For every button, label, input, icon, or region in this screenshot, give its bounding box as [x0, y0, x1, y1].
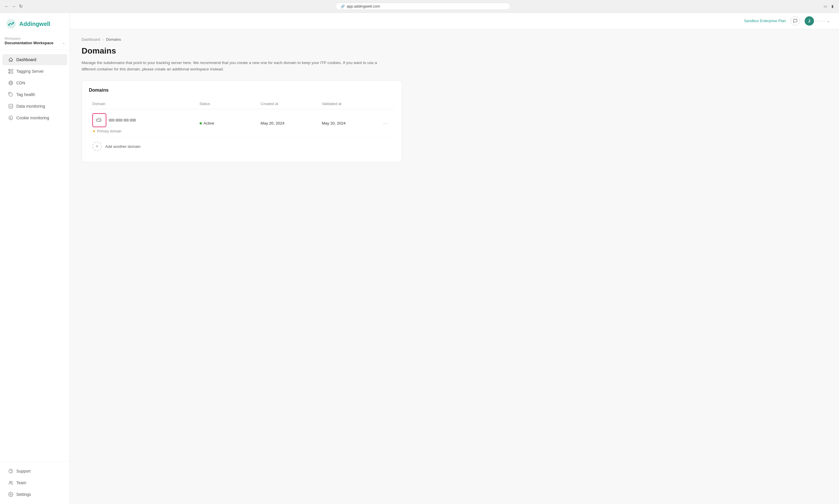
svg-point-22 — [11, 481, 13, 483]
refresh-button[interactable]: ↻ — [19, 4, 23, 8]
page-content: Dashboard › Domains Domains Manage the s… — [70, 29, 839, 170]
forward-button[interactable]: → — [12, 4, 16, 8]
logo-icon — [6, 19, 16, 29]
workspace-name[interactable]: Documentation Workspace ⌄ — [5, 41, 65, 45]
domain-name-cell: ★ Primary domain — [92, 113, 192, 133]
address-bar[interactable]: 🔗 app.addingwell.com — [336, 3, 510, 10]
nav-items: Dashboard Tagging Server CDN — [0, 50, 70, 461]
more-options-button[interactable]: ⋯ — [383, 121, 389, 126]
col-actions — [380, 98, 395, 109]
breadcrumb: Dashboard › Domains — [82, 37, 827, 42]
sidebar-logo: Addingwell — [0, 13, 70, 34]
main-content: Sandbox Enterprise Plan J · · · · ⌄ Dash… — [70, 13, 839, 504]
workspace-label: Workspace — [5, 37, 65, 40]
cookie-icon — [8, 115, 13, 121]
sidebar-item-settings-label: Settings — [16, 492, 31, 497]
browser-chrome: ← → ↻ 🔗 app.addingwell.com ▭ ▮ — [0, 0, 839, 13]
domains-table: Domain Status Created at Validated at — [89, 98, 395, 138]
app-container: Addingwell Workspace Documentation Works… — [0, 13, 839, 504]
split-button[interactable]: ▮ — [830, 4, 834, 8]
sidebar-item-tag-health[interactable]: Tag health — [2, 89, 67, 100]
svg-point-21 — [10, 481, 11, 483]
page-title: Domains — [82, 46, 827, 56]
validated-at-cell: May 20, 2024 — [319, 109, 380, 138]
sidebar-item-tagging-server-label: Tagging Server — [16, 69, 44, 74]
domain-cell: ★ Primary domain — [89, 109, 196, 138]
domain-name-row — [92, 113, 192, 127]
svg-point-17 — [11, 118, 12, 119]
status-label: Active — [204, 121, 215, 125]
sidebar-item-settings[interactable]: Settings — [2, 489, 67, 500]
col-status: Status — [196, 98, 257, 109]
sidebar-item-dashboard[interactable]: Dashboard — [2, 54, 67, 65]
sidebar-item-support-label: Support — [16, 469, 31, 473]
domain-masked — [109, 119, 136, 122]
support-icon — [8, 468, 13, 474]
add-domain-label: Add another domain — [105, 144, 141, 149]
url-text: app.addingwell.com — [347, 4, 380, 8]
svg-point-10 — [9, 93, 10, 94]
cloudflare-button[interactable] — [92, 113, 106, 127]
browser-actions: ▭ ▮ — [823, 4, 834, 8]
sidebar-item-data-monitoring-label: Data monitoring — [16, 104, 45, 109]
chart-icon — [8, 104, 13, 109]
svg-point-2 — [13, 22, 14, 23]
svg-point-5 — [9, 70, 10, 70]
cast-button[interactable]: ▭ — [823, 4, 827, 8]
domains-card-title: Domains — [89, 88, 395, 93]
server-icon — [8, 69, 13, 74]
primary-badge: ★ Primary domain — [92, 129, 192, 133]
sidebar-item-team[interactable]: Team — [2, 477, 67, 488]
sidebar-item-cookie-monitoring[interactable]: Cookie monitoring — [2, 112, 67, 123]
star-icon: ★ — [92, 129, 96, 133]
table-row: ★ Primary domain Active — [89, 109, 395, 138]
svg-point-20 — [11, 472, 11, 472]
browser-controls: ← → ↻ — [5, 4, 23, 8]
settings-icon — [8, 492, 13, 497]
chevron-down-icon: ⌄ — [827, 19, 830, 23]
svg-point-6 — [9, 72, 10, 73]
svg-point-18 — [10, 119, 11, 119]
user-menu-dots: · · · · — [816, 19, 825, 23]
chat-button[interactable] — [791, 16, 800, 25]
user-menu[interactable]: J · · · · ⌄ — [805, 16, 830, 25]
workspace-selector[interactable]: Workspace Documentation Workspace ⌄ — [0, 34, 70, 50]
created-at-cell: May 20, 2024 — [257, 109, 319, 138]
actions-cell: ⋯ — [380, 109, 395, 138]
domains-card: Domains Domain Status Created at Validat… — [82, 80, 402, 162]
avatar: J — [805, 16, 814, 25]
sidebar-item-tag-health-label: Tag health — [16, 92, 35, 97]
sidebar-item-support[interactable]: Support — [2, 466, 67, 476]
table-head: Domain Status Created at Validated at — [89, 98, 395, 109]
sidebar-item-data-monitoring[interactable]: Data monitoring — [2, 101, 67, 112]
sidebar-item-tagging-server[interactable]: Tagging Server — [2, 66, 67, 77]
sidebar-item-cookie-monitoring-label: Cookie monitoring — [16, 115, 49, 120]
plan-badge[interactable]: Sandbox Enterprise Plan — [744, 19, 786, 23]
link-icon: 🔗 — [341, 4, 345, 8]
team-icon — [8, 480, 13, 485]
page-description: Manage the subdomains that point to your… — [82, 60, 388, 72]
add-domain-row[interactable]: + Add another domain — [89, 138, 395, 155]
breadcrumb-dashboard[interactable]: Dashboard — [82, 37, 100, 42]
add-circle-icon: + — [92, 142, 102, 151]
sidebar-item-team-label: Team — [16, 481, 26, 485]
col-domain: Domain — [89, 98, 196, 109]
chevron-down-icon: ⌄ — [62, 41, 65, 45]
tag-icon — [8, 92, 13, 97]
sidebar: Addingwell Workspace Documentation Works… — [0, 13, 70, 504]
col-created: Created at — [257, 98, 319, 109]
breadcrumb-separator: › — [103, 37, 104, 42]
sidebar-item-cdn[interactable]: CDN — [2, 77, 67, 88]
top-bar: Sandbox Enterprise Plan J · · · · ⌄ — [70, 13, 839, 29]
col-validated: Validated at — [319, 98, 380, 109]
sidebar-item-cdn-label: CDN — [16, 80, 25, 85]
globe-icon — [8, 80, 13, 86]
svg-point-16 — [10, 117, 11, 118]
primary-label: Primary domain — [97, 129, 121, 133]
svg-point-23 — [10, 494, 12, 495]
status-cell: Active — [196, 109, 257, 138]
status-dot-green — [200, 122, 202, 125]
back-button[interactable]: ← — [5, 4, 9, 8]
sidebar-item-dashboard-label: Dashboard — [16, 57, 36, 62]
breadcrumb-current: Domains — [106, 37, 121, 42]
